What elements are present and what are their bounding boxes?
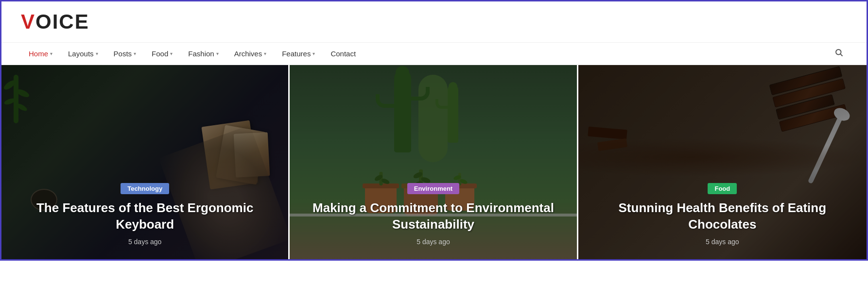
nav-item-contact[interactable]: Contact <box>323 43 364 65</box>
logo-rest: OICE <box>35 10 89 33</box>
nav-item-posts[interactable]: Posts ▾ <box>106 43 144 65</box>
header: VOICE <box>1 1 867 42</box>
nav-item-archives[interactable]: Archives ▾ <box>226 43 275 65</box>
card1-content: Technology The Features of the Best Ergo… <box>1 168 288 259</box>
nav-menu: Home ▾ Layouts ▾ Posts ▾ Food ▾ Fashion <box>21 43 364 65</box>
navbar: Home ▾ Layouts ▾ Posts ▾ Food ▾ Fashion <box>1 42 867 65</box>
logo-v: V <box>21 10 35 33</box>
chevron-down-icon: ▾ <box>96 51 98 56</box>
card1-badge[interactable]: Technology <box>121 183 169 194</box>
hero-card-3[interactable]: Food Stunning Health Benefits of Eating … <box>578 65 867 259</box>
svg-point-0 <box>836 50 841 55</box>
card3-date: 5 days ago <box>593 238 852 246</box>
card3-badge[interactable]: Food <box>708 183 737 194</box>
chevron-down-icon: ▾ <box>134 51 136 56</box>
chevron-down-icon: ▾ <box>170 51 173 56</box>
card2-badge[interactable]: Environment <box>407 183 459 194</box>
site-logo[interactable]: VOICE <box>21 10 89 33</box>
card2-title: Making a Commitment to Environmental Sus… <box>304 200 562 233</box>
card2-date: 5 days ago <box>304 238 562 246</box>
card1-title: The Features of the Best Ergonomic Keybo… <box>16 200 274 233</box>
nav-item-features[interactable]: Features ▾ <box>274 43 323 65</box>
chevron-down-icon: ▾ <box>264 51 266 56</box>
hero-card-2[interactable]: Environment Making a Commitment to Envir… <box>290 65 578 259</box>
svg-line-1 <box>840 54 842 56</box>
nav-item-food[interactable]: Food ▾ <box>144 43 180 65</box>
hero-card-1[interactable]: Technology The Features of the Best Ergo… <box>1 65 290 259</box>
nav-item-layouts[interactable]: Layouts ▾ <box>60 43 106 65</box>
card2-content: Environment Making a Commitment to Envir… <box>290 168 576 259</box>
hero-grid: Technology The Features of the Best Ergo… <box>1 65 867 259</box>
chevron-down-icon: ▾ <box>216 51 219 56</box>
card3-content: Food Stunning Health Benefits of Eating … <box>578 168 867 259</box>
search-icon[interactable] <box>831 44 847 63</box>
card3-title: Stunning Health Benefits of Eating Choco… <box>593 200 852 233</box>
chevron-down-icon: ▾ <box>312 51 315 56</box>
card1-date: 5 days ago <box>16 238 274 246</box>
nav-item-home[interactable]: Home ▾ <box>21 43 60 65</box>
nav-item-fashion[interactable]: Fashion ▾ <box>180 43 226 65</box>
chevron-down-icon: ▾ <box>50 51 52 56</box>
